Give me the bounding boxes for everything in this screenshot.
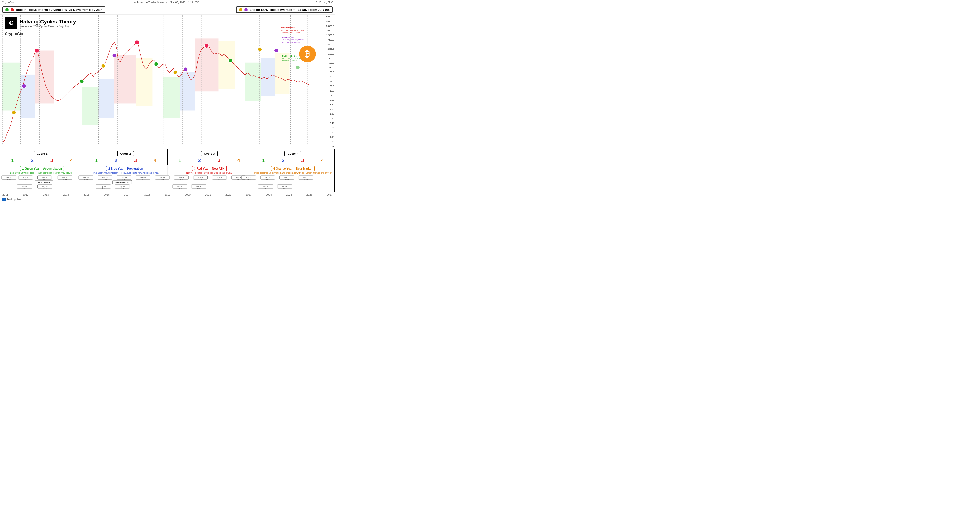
price-label: 90000.0 (318, 20, 334, 22)
blue-year-label: 2 Blue Year = Preparation (106, 166, 145, 171)
author-label: CryptoCon_ (2, 1, 16, 4)
price-label: 4400.0 (318, 43, 334, 46)
svg-text:Expected price: 27k: Expected price: 27k (282, 60, 297, 62)
svg-text:Next Early Top =: Next Early Top = (282, 37, 295, 38)
price-label: 0.42 (318, 122, 334, 124)
svg-text:Expected price: 42 - 48k: Expected price: 42 - 48k (282, 41, 300, 43)
cycle-col-4: Cycle 4 1 2 3 4 (251, 149, 335, 165)
svg-text:+/- 21 days from July 9th, 202: +/- 21 days from July 9th, 2024 (282, 39, 305, 41)
svg-text:Nov 28: Nov 28 (284, 177, 290, 178)
legend-row: Bitcoin Tops/Bottoms = Average +/- 21 Da… (0, 5, 335, 14)
xaxis-year: 2020 (185, 193, 191, 196)
price-label: 20000.0 (318, 29, 334, 32)
price-label: 26.0 (318, 85, 334, 87)
blue-year-sub: Time Spent Around Median | Price Advance… (86, 171, 166, 174)
xaxis-year: 2026 (307, 193, 312, 196)
svg-rect-7 (164, 77, 180, 118)
price-label: 12000.0 (318, 34, 334, 37)
price-label: 2.00 (318, 108, 334, 111)
svg-text:Nov 28: Nov 28 (159, 177, 165, 178)
svg-text:Nov 28: Nov 28 (246, 177, 251, 178)
svg-rect-8 (180, 72, 194, 111)
xaxis-year: 2018 (144, 193, 150, 196)
svg-text:+/- 21 days from Nov 28th, 202: +/- 21 days from Nov 28th, 2025 (281, 29, 305, 31)
tradingview-footer: TV TradingView (0, 197, 335, 202)
svg-text:2026: 2026 (304, 179, 308, 180)
cycle1-num1: 1 (11, 157, 14, 164)
cycle4-num2: 2 (282, 157, 285, 164)
price-label: 9.0 (318, 94, 334, 97)
svg-text:2016: 2016 (121, 188, 124, 189)
chart-svg: Next Cycle Top = +/- 21 days from Nov 28… (0, 14, 317, 149)
svg-text:2023: 2023 (264, 188, 267, 189)
red-year-label: 3 Red Year = New ATH (192, 166, 227, 171)
svg-point-38 (113, 54, 116, 57)
svg-text:Nov 28: Nov 28 (265, 177, 270, 178)
price-label: 0.08 (318, 131, 334, 134)
page-wrapper: CryptoCon_ published on TradingView.com,… (0, 0, 335, 202)
legend1-text: Bitcoin Tops/Bottoms = Average +/- 21 Da… (16, 8, 102, 11)
price-label: 1500.0 (318, 52, 334, 55)
price-label: 3.30 (318, 103, 334, 106)
svg-text:2013: 2013 (63, 179, 67, 180)
svg-text:July 9th,: July 9th, (41, 186, 48, 188)
xaxis-year: 2027 (327, 193, 332, 196)
price-label: 0.70 (318, 117, 334, 120)
svg-text:July 9th,: July 9th, (22, 186, 28, 188)
orange-year-label: 4 Orange Year = Bear Market (271, 166, 315, 171)
logo-box: ℂ (5, 17, 17, 29)
svg-rect-5 (114, 56, 136, 103)
svg-point-33 (12, 111, 16, 114)
price-label: 260000.0 (318, 16, 334, 18)
price-label: 0.04 (318, 136, 334, 138)
btc-symbol: ₿ (305, 49, 310, 59)
svg-point-41 (173, 70, 177, 74)
cycle3-num3: 3 (218, 157, 221, 164)
svg-text:2014: 2014 (84, 179, 88, 180)
price-label: 1.20 (318, 113, 334, 115)
svg-point-36 (80, 79, 83, 83)
svg-text:2011: 2011 (23, 188, 27, 189)
cycle2-num1: 1 (95, 157, 98, 164)
logo-subtitle: (November 28th Cycles Theory + July 9th) (20, 25, 76, 28)
svg-text:Nov 28: Nov 28 (140, 177, 146, 178)
top-bar: CryptoCon_ published on TradingView.com,… (0, 0, 335, 5)
cycle2-num3: 3 (134, 157, 137, 164)
svg-text:TV: TV (2, 198, 5, 201)
tradingview-icon: TV (2, 197, 6, 201)
dot-purple (244, 8, 248, 11)
legend-box-2: Bitcoin Early Tops = Average +/- 21 Days… (236, 6, 332, 13)
xaxis-year: 2015 (83, 193, 89, 196)
svg-point-34 (22, 84, 26, 88)
svg-text:2012: 2012 (43, 188, 47, 189)
cycle1-num2: 2 (31, 157, 34, 164)
svg-text:Nov 28: Nov 28 (42, 177, 47, 178)
xaxis-year: 2024 (266, 193, 272, 196)
svg-rect-12 (261, 58, 275, 96)
logo-title: Halving Cycles Theory (20, 19, 76, 25)
price-label: 55000.0 (318, 25, 334, 27)
bottom-section: Cycle 1 1 2 3 4 Cycle 2 1 2 3 4 Cycle 3 (0, 149, 335, 192)
svg-text:July 9th,: July 9th, (100, 186, 107, 188)
xaxis-year: 2011 (2, 193, 8, 196)
svg-text:Nov 28: Nov 28 (23, 177, 28, 178)
cryptocon-label: CryptoCon (5, 32, 25, 36)
price-axis: 260000.0 90000.0 55000.0 20000.0 12000.0… (317, 14, 335, 148)
green-year-sub: Best Cycle Buying Prices | Return to Med… (2, 171, 82, 174)
svg-text:2024: 2024 (283, 188, 286, 189)
price-label: 0.02 (318, 140, 334, 143)
price-label: 7200.0 (318, 39, 334, 41)
svg-text:2019: 2019 (180, 179, 183, 180)
svg-text:2021: 2021 (218, 179, 221, 180)
cycle2-heading: Cycle 2 (117, 151, 134, 156)
tradingview-label: TradingView (7, 198, 21, 201)
svg-text:Nov 28: Nov 28 (217, 177, 222, 178)
svg-text:2016: 2016 (122, 179, 126, 180)
svg-rect-3 (81, 87, 98, 125)
xaxis-row: 2011 2012 2013 2014 2015 2016 2017 2018 … (0, 192, 335, 197)
dot-green (5, 8, 9, 11)
desc-row: 1 Green Year = Accumulation Best Cycle B… (0, 165, 334, 175)
cycle2-num4: 4 (154, 157, 156, 164)
cycle2-nums: 1 2 3 4 (84, 157, 167, 164)
svg-text:July 9th,: July 9th, (177, 186, 183, 188)
